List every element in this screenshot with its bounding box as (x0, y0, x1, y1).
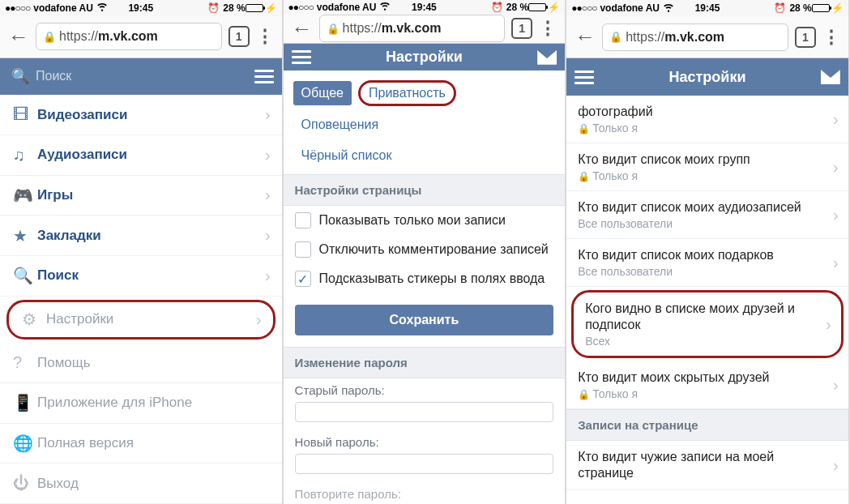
url-bar[interactable]: 🔒https://m.vk.com (319, 15, 506, 42)
menu-video-label: Видеозаписи (37, 107, 127, 123)
lock-icon: 🔒 (609, 31, 622, 43)
menu-full-label: Полная версия (37, 435, 134, 451)
privacy-row-audio[interactable]: Кто видит список моих аудиозаписей Все п… (566, 191, 848, 239)
back-button[interactable]: ← (8, 24, 29, 49)
tab-count[interactable]: 1 (511, 18, 532, 39)
url-bar[interactable]: 🔒 https://m.vk.com (36, 23, 222, 50)
battery-icon: ⚡ (246, 2, 277, 14)
new-password-input[interactable] (295, 454, 554, 474)
menu-help[interactable]: ?Помощь (0, 343, 282, 383)
privacy-row-photos[interactable]: фотографий 🔒Только я › (566, 96, 848, 143)
mail-icon[interactable] (821, 70, 840, 84)
back-button[interactable]: ← (292, 16, 313, 41)
tab-count[interactable]: 1 (795, 27, 816, 48)
browser-chrome: ← 🔒 https://m.vk.com 1 ⋮ (0, 16, 282, 58)
menu-games-label: Игры (37, 187, 73, 203)
privacy-row-sub: Все пользователи (578, 217, 837, 230)
battery-icon: ⚡ (528, 2, 560, 13)
battery-pct: 28 % (506, 2, 528, 13)
search-icon: 🔍 (11, 67, 29, 85)
save-button[interactable]: Сохранить (295, 305, 554, 335)
check-sticker-hints[interactable]: ✓Подсказывать стикеры в полях ввода (284, 264, 566, 293)
globe-icon: 🌐 (13, 434, 37, 453)
menu-video[interactable]: 🎞Видеозаписи› (0, 95, 282, 135)
menu-help-label: Помощь (37, 355, 91, 371)
battery-pct: 28 % (223, 2, 245, 14)
check-disable-comments[interactable]: Отключить комментирование записей (284, 235, 566, 264)
checkbox-icon (295, 212, 311, 229)
privacy-row-others-posts[interactable]: Кто видит чужие записи на моей странице … (566, 441, 848, 490)
chevron-right-icon: › (833, 376, 839, 395)
wifi-icon (96, 1, 108, 15)
tab-privacy[interactable]: Приватность (358, 80, 456, 106)
privacy-row-sub: Всех (585, 335, 830, 348)
url-host: m.vk.com (664, 30, 724, 45)
privacy-row-title: Кого видно в списке моих друзей и подпис… (585, 301, 830, 333)
browser-menu-icon[interactable]: ⋮ (256, 26, 274, 47)
privacy-row-hidden-friends[interactable]: Кто видит моих скрытых друзей 🔒Только я … (566, 361, 848, 409)
menu-full-version[interactable]: 🌐Полная версия (0, 424, 282, 464)
check-own-posts[interactable]: Показывать только мои записи (284, 206, 566, 235)
privacy-row-sub: 🔒Только я (578, 387, 837, 400)
privacy-row-title: Кто видит список моих аудиозаписей (578, 199, 837, 216)
power-icon: ⏻ (13, 474, 37, 493)
status-bar: ●●○○○ vodafone AU 19:45 ⏰ 28 % ⚡ (284, 0, 566, 14)
url-host: m.vk.com (382, 21, 442, 36)
url-prefix: https:// (343, 21, 382, 36)
checkbox-icon: ✓ (295, 271, 311, 287)
battery-icon: ⚡ (812, 2, 844, 14)
mail-icon[interactable] (537, 50, 557, 65)
chevron-right-icon: › (833, 110, 839, 129)
vk-header: Настройки (566, 58, 848, 96)
tab-general[interactable]: Общее (293, 81, 352, 105)
hamburger-icon[interactable] (292, 50, 311, 64)
clock-label: 19:45 (412, 2, 437, 13)
lock-icon: 🔒 (578, 171, 590, 182)
privacy-row-friends-list[interactable]: Кого видно в списке моих друзей и подпис… (571, 290, 844, 358)
menu-iphone-app[interactable]: 📱Приложение для iPhone (0, 383, 282, 424)
chevron-right-icon: › (826, 315, 831, 334)
clock-label: 19:45 (128, 2, 153, 14)
browser-chrome: ← 🔒https://m.vk.com 1 ⋮ (284, 14, 566, 44)
chevron-right-icon: › (833, 456, 839, 475)
url-host: m.vk.com (98, 29, 158, 44)
menu-bookmarks[interactable]: ★Закладки› (0, 216, 282, 256)
menu-settings-label: Настройки (46, 311, 113, 327)
gear-icon: ⚙ (22, 310, 46, 329)
privacy-row-sub: 🔒Только я (578, 169, 837, 182)
section-change-password: Изменение пароля (284, 347, 566, 378)
carrier-label: vodafone AU (33, 2, 93, 14)
old-password-input[interactable] (295, 402, 554, 422)
tab-count[interactable]: 1 (229, 26, 250, 47)
panel-settings: ●●○○○ vodafone AU 19:45 ⏰ 28 % ⚡ ← 🔒http… (284, 0, 567, 504)
hamburger-icon[interactable] (254, 70, 274, 83)
menu-audio[interactable]: ♫Аудиозаписи› (0, 135, 282, 176)
browser-menu-icon[interactable]: ⋮ (822, 27, 840, 48)
back-button[interactable]: ← (574, 24, 596, 49)
check-own-posts-label: Показывать только мои записи (319, 213, 506, 228)
tab-blacklist[interactable]: Чёрный список (293, 143, 556, 168)
lock-icon: 🔒 (327, 23, 340, 35)
url-bar[interactable]: 🔒https://m.vk.com (602, 23, 788, 51)
privacy-row-gifts[interactable]: Кто видит список моих подарков Все польз… (566, 239, 848, 287)
privacy-row-title: Кто видит чужие записи на моей странице (578, 449, 837, 481)
menu-search[interactable]: 🔍Поиск› (0, 256, 282, 297)
check-sticker-hints-label: Подсказывать стикеры в полях ввода (319, 271, 545, 286)
vk-search-bar[interactable]: 🔍 Поиск (0, 58, 282, 96)
browser-menu-icon[interactable]: ⋮ (539, 18, 557, 39)
alarm-icon: ⏰ (491, 2, 503, 13)
chevron-right-icon: › (265, 146, 271, 164)
chevron-right-icon: › (265, 105, 271, 124)
privacy-row-groups[interactable]: Кто видит список моих групп 🔒Только я › (566, 143, 848, 191)
hamburger-icon[interactable] (574, 70, 594, 84)
menu-logout[interactable]: ⏻Выход (0, 463, 282, 504)
menu-games[interactable]: 🎮Игры› (0, 176, 282, 216)
status-bar: ●●○○○ vodafone AU 19:45 ⏰ 28 % ⚡ (0, 0, 282, 16)
chevron-right-icon: › (265, 226, 271, 245)
menu-settings[interactable]: ⚙Настройки› (6, 300, 276, 340)
tab-notifications[interactable]: Оповещения (293, 113, 387, 137)
chevron-right-icon: › (265, 267, 271, 285)
menu-logout-label: Выход (37, 476, 79, 492)
chevron-right-icon: › (833, 254, 839, 272)
settings-tabs: Общее Приватность Оповещения Чёрный спис… (284, 70, 566, 174)
